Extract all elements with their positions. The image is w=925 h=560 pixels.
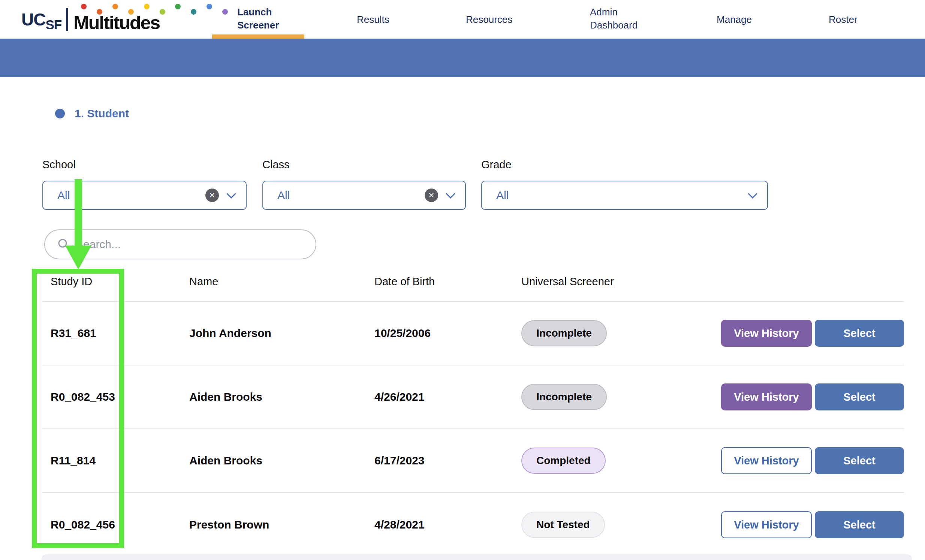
- search-box[interactable]: [44, 229, 316, 259]
- brand-dots-icon: [76, 4, 233, 9]
- nav-tab-admin-dashboard[interactable]: Admin Dashboard: [590, 6, 657, 32]
- table-row: R11_814 Aiden Brooks 6/17/2023 Completed…: [42, 429, 904, 493]
- top-navigation: UCSF Multitudes Launch Screener Results …: [0, 0, 925, 39]
- class-label: Class: [262, 158, 290, 171]
- table-row: R31_681 John Anderson 10/25/2006 Incompl…: [42, 302, 904, 366]
- launch-screener-page: UCSF Multitudes Launch Screener Results …: [0, 0, 925, 560]
- nav-tab-resources[interactable]: Resources: [466, 13, 512, 26]
- school-chevron-down-icon[interactable]: [226, 189, 236, 198]
- dob-cell: 10/25/2006: [374, 327, 521, 340]
- column-header-name: Name: [189, 275, 374, 288]
- status-badge: Incomplete: [521, 384, 607, 410]
- name-cell: Preston Brown: [189, 518, 374, 531]
- grade-chevron-down-icon[interactable]: [748, 189, 757, 198]
- study-id-cell: R11_814: [51, 454, 189, 467]
- status-badge: Incomplete: [521, 320, 607, 346]
- class-dropdown[interactable]: All ✕: [262, 181, 466, 210]
- grade-label: Grade: [481, 158, 512, 171]
- logo-divider: [66, 8, 68, 31]
- class-clear-icon[interactable]: ✕: [425, 188, 438, 202]
- ucsf-multitudes-logo: UCSF Multitudes: [21, 3, 160, 36]
- school-dropdown-value: All: [57, 189, 70, 202]
- step-label: 1. Student: [75, 107, 129, 120]
- column-header-study-id: Study ID: [51, 275, 189, 288]
- column-header-dob: Date of Birth: [374, 275, 521, 288]
- view-history-button[interactable]: View History: [721, 447, 812, 474]
- search-icon: [57, 238, 71, 251]
- view-history-button[interactable]: View History: [721, 320, 812, 347]
- dob-cell: 6/17/2023: [374, 454, 521, 467]
- nav-tab-launch-screener[interactable]: Launch Screener: [237, 6, 294, 32]
- blue-banner: [0, 39, 925, 77]
- ucsf-wordmark: UCSF: [21, 11, 62, 28]
- search-input[interactable]: [76, 238, 304, 251]
- study-id-cell: R31_681: [51, 327, 189, 340]
- table-row: R0_082_456 Preston Brown 4/28/2021 Not T…: [42, 493, 904, 557]
- dob-cell: 4/28/2021: [374, 518, 521, 531]
- nav-tab-manage[interactable]: Manage: [717, 13, 752, 26]
- school-dropdown[interactable]: All ✕: [42, 181, 247, 210]
- school-label: School: [42, 158, 76, 171]
- pagination-band: [42, 554, 912, 560]
- name-cell: Aiden Brooks: [189, 391, 374, 403]
- status-badge: Not Tested: [521, 512, 605, 538]
- grade-dropdown[interactable]: All: [481, 181, 768, 210]
- select-button[interactable]: Select: [815, 320, 904, 347]
- school-clear-icon[interactable]: ✕: [205, 188, 219, 202]
- step-indicator: 1. Student: [55, 107, 129, 120]
- table-header-row: Study ID Name Date of Birth Universal Sc…: [42, 271, 904, 302]
- class-dropdown-value: All: [277, 189, 290, 202]
- step-dot-icon: [55, 109, 65, 119]
- view-history-button[interactable]: View History: [721, 384, 812, 411]
- grade-dropdown-value: All: [496, 189, 509, 202]
- status-badge: Completed: [521, 447, 606, 474]
- class-chevron-down-icon[interactable]: [446, 189, 455, 198]
- dob-cell: 4/26/2021: [374, 391, 521, 403]
- name-cell: Aiden Brooks: [189, 454, 374, 467]
- name-cell: John Anderson: [189, 327, 374, 340]
- students-table: Study ID Name Date of Birth Universal Sc…: [42, 271, 904, 557]
- view-history-button[interactable]: View History: [721, 511, 812, 538]
- select-button[interactable]: Select: [815, 511, 904, 538]
- nav-tab-results[interactable]: Results: [357, 13, 389, 26]
- select-button[interactable]: Select: [815, 447, 904, 474]
- study-id-cell: R0_082_453: [51, 391, 189, 403]
- nav-tab-roster[interactable]: Roster: [829, 13, 857, 26]
- column-header-universal-screener: Universal Screener: [521, 275, 721, 288]
- study-id-cell: R0_082_456: [51, 518, 189, 531]
- table-row: R0_082_453 Aiden Brooks 4/26/2021 Incomp…: [42, 366, 904, 429]
- select-button[interactable]: Select: [815, 384, 904, 411]
- product-name: Multitudes: [74, 12, 160, 33]
